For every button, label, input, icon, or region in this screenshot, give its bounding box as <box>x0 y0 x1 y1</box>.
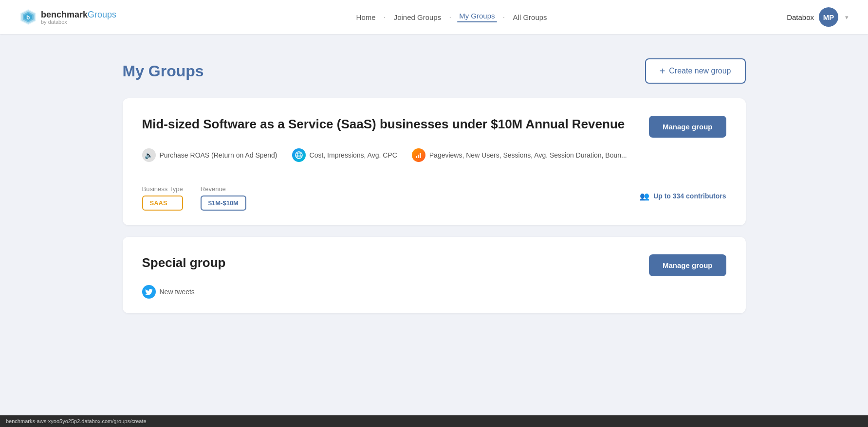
logo-sub: by databox <box>41 19 116 25</box>
status-text: benchmarks-aws-xyoo5yo25p2.databox.com/g… <box>6 418 147 424</box>
status-bar: benchmarks-aws-xyoo5yo25p2.databox.com/g… <box>0 415 868 427</box>
nav-joined-groups[interactable]: Joined Groups <box>392 13 443 21</box>
metrics-row-1: 🔈 Purchase ROAS (Return on Ad Spend) Cos… <box>142 148 726 162</box>
twitter-metric-text: New tweets <box>160 288 195 296</box>
logo-text: benchmarkGroups by databox <box>41 10 116 25</box>
create-btn-label: Create new group <box>669 67 731 75</box>
logo-brand: benchmark <box>41 10 88 19</box>
nav-all-groups[interactable]: All Groups <box>511 13 549 21</box>
metric-roas-text: Purchase ROAS (Return on Ad Spend) <box>160 151 277 159</box>
plus-icon: + <box>660 66 665 76</box>
nav-active-underline <box>457 21 497 22</box>
contributors-text: Up to 334 contributors <box>653 192 726 200</box>
business-type-label: Business Type <box>142 185 183 193</box>
revenue-label: Revenue <box>201 185 246 193</box>
contributors-icon: 👥 <box>640 192 649 201</box>
nav-my-groups[interactable]: My Groups <box>457 12 497 20</box>
tag-revenue: $1M-$10M <box>201 196 246 211</box>
logo-groups: Groups <box>88 10 116 19</box>
metric-icon-pageviews <box>412 148 425 162</box>
nav-home[interactable]: Home <box>354 13 378 21</box>
card-top-2: Special group Manage group <box>142 254 726 276</box>
user-name: Databox <box>787 13 814 21</box>
chevron-down-icon: ▾ <box>845 14 849 21</box>
metric-roas: 🔈 Purchase ROAS (Return on Ad Spend) <box>142 148 277 162</box>
metric-cpc: Cost, Impressions, Avg. CPC <box>292 148 397 162</box>
tag-saas: SAAS <box>142 196 183 211</box>
create-new-group-button[interactable]: + Create new group <box>645 58 746 84</box>
page-title: My Groups <box>123 62 204 80</box>
main-nav: Home · Joined Groups · My Groups · All G… <box>116 12 787 22</box>
manage-group-button-1[interactable]: Manage group <box>649 116 726 138</box>
group-card-2: Special group Manage group New tweets <box>123 237 746 313</box>
avatar: MP <box>819 7 838 27</box>
group-title-1: Mid-sized Software as a Service (SaaS) b… <box>142 116 625 133</box>
logo[interactable]: b benchmarkGroups by databox <box>19 8 116 26</box>
nav-dot-2: · <box>449 12 451 22</box>
card-top-1: Mid-sized Software as a Service (SaaS) b… <box>142 116 726 138</box>
logo-icon: b <box>19 8 37 26</box>
metric-icon-cpc <box>292 148 306 162</box>
twitter-icon <box>142 285 156 299</box>
svg-rect-11 <box>418 155 419 158</box>
svg-rect-12 <box>420 153 421 158</box>
metric-icon-roas: 🔈 <box>142 148 156 162</box>
nav-dot-3: · <box>503 12 505 22</box>
user-menu[interactable]: Databox MP ▾ <box>787 7 849 27</box>
group-title-2: Special group <box>142 254 226 271</box>
header: b benchmarkGroups by databox Home · Join… <box>0 0 868 34</box>
svg-text:b: b <box>26 14 30 21</box>
tags-row-1: Business Type SAAS Revenue $1M-$10M <box>142 185 246 211</box>
manage-group-button-2[interactable]: Manage group <box>649 254 726 276</box>
page-content: My Groups + Create new group Mid-sized S… <box>93 34 775 349</box>
metric-pageviews-text: Pageviews, New Users, Sessions, Avg. Ses… <box>429 151 627 159</box>
metric-pageviews: Pageviews, New Users, Sessions, Avg. Ses… <box>412 148 627 162</box>
page-header: My Groups + Create new group <box>123 58 746 84</box>
nav-my-groups-wrapper: My Groups <box>457 12 497 22</box>
nav-dot-1: · <box>384 12 386 22</box>
group-card-1: Mid-sized Software as a Service (SaaS) b… <box>123 98 746 225</box>
twitter-metric: New tweets <box>142 285 726 299</box>
svg-rect-10 <box>416 156 417 158</box>
contributors-row-1: 👥 Up to 334 contributors <box>640 192 726 201</box>
metric-cpc-text: Cost, Impressions, Avg. CPC <box>310 151 397 159</box>
